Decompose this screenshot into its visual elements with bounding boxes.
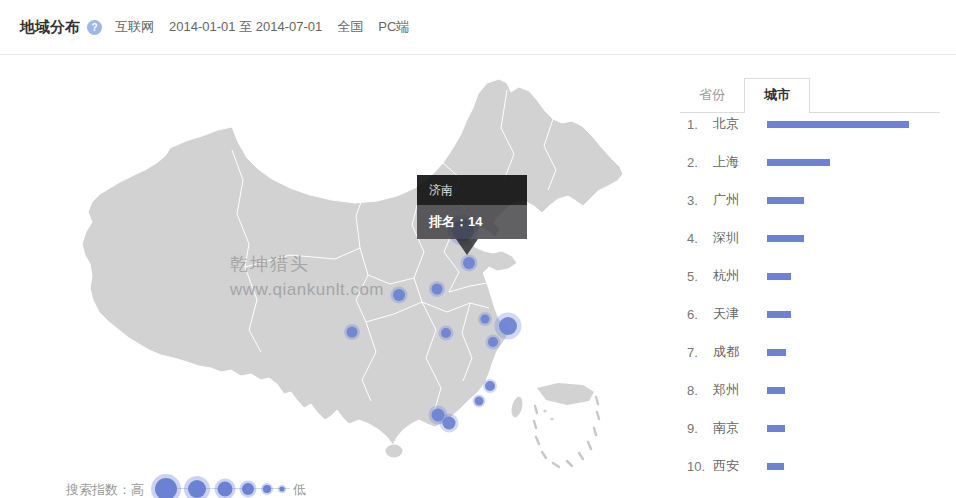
tooltip-rank: 排名：14 [417,205,527,239]
rank-bar [767,197,804,204]
city-rank-row[interactable]: 3.广州 [680,181,956,219]
legend-size-dot [218,482,233,497]
rank-number: 2. [687,155,713,170]
city-rank-row[interactable]: 1.北京 [680,105,956,143]
city-name: 成都 [713,343,767,361]
rank-bar [767,311,791,318]
tooltip-rank-label: 排名： [429,214,468,229]
rank-number: 1. [687,117,713,132]
tooltip-rank-value: 14 [468,214,482,229]
city-bubble[interactable] [347,327,358,338]
hainan-island [386,445,403,458]
rank-bar [767,387,785,394]
title-wrap: 地域分布 ? [20,0,102,54]
city-bubble[interactable] [499,317,517,335]
rank-number: 6. [687,307,713,322]
taiwan-island [510,396,525,419]
filter-item-2[interactable]: 全国 [337,18,363,36]
city-bubble[interactable] [441,328,451,338]
city-name: 西安 [713,457,767,475]
rank-number: 3. [687,193,713,208]
city-rank-row[interactable]: 2.上海 [680,143,956,181]
rank-bar [767,273,791,280]
rank-bar [767,425,785,432]
legend-size-dot [263,485,271,493]
city-rank-row[interactable]: 6.天津 [680,295,956,333]
city-name: 杭州 [713,267,767,285]
filter-item-3[interactable]: PC端 [378,18,409,36]
city-rank-row[interactable]: 8.郑州 [680,371,956,409]
city-name: 广州 [713,191,767,209]
rank-number: 10. [687,459,713,474]
tooltip-city: 济南 [417,175,527,205]
city-name: 北京 [713,115,767,133]
city-bubble[interactable] [393,289,405,301]
city-bubble[interactable] [485,381,495,391]
city-bubble[interactable] [432,284,443,295]
help-icon[interactable]: ? [87,20,102,35]
city-name: 上海 [713,153,767,171]
watermark: 乾坤猎头 www.qiankunlt.com [230,254,384,300]
rank-number: 8. [687,383,713,398]
page-title: 地域分布 [20,18,80,37]
rank-bar [767,349,786,356]
rank-bar [767,159,830,166]
city-rank-row[interactable]: 10.西安 [680,447,956,485]
filter-item-0[interactable]: 互联网 [115,18,154,36]
city-name: 天津 [713,305,767,323]
city-name: 深圳 [713,229,767,247]
city-name: 郑州 [713,381,767,399]
city-rank-row[interactable]: 5.杭州 [680,257,956,295]
filter-item-1[interactable]: 2014-01-01 至 2014-07-01 [169,18,322,36]
city-bubble[interactable] [481,315,490,324]
city-bubble[interactable] [443,417,456,430]
legend-high-label: 搜索指数：高 [66,481,144,498]
legend-low-label: 低 [293,481,306,498]
legend-size-scale [156,477,296,498]
city-bubble[interactable] [475,397,484,406]
header-filters: 互联网2014-01-01 至 2014-07-01全国PC端 [115,0,409,54]
legend-size-dot [242,483,254,495]
watermark-url: www.qiankunlt.com [230,280,384,300]
south-china-sea-inset [534,383,599,467]
china-map [0,0,700,498]
rank-number: 5. [687,269,713,284]
city-bubble[interactable] [488,337,498,347]
city-rank-row[interactable]: 7.成都 [680,333,956,371]
rank-number: 9. [687,421,713,436]
city-ranking-list: 1.北京2.上海3.广州4.深圳5.杭州6.天津7.成都8.郑州9.南京10.西… [680,105,956,485]
watermark-brand: 乾坤猎头 [230,254,384,276]
city-name: 南京 [713,419,767,437]
city-rank-row[interactable]: 9.南京 [680,409,956,447]
legend-size-dot [155,478,177,498]
rank-number: 4. [687,231,713,246]
rank-bar [767,463,784,470]
rank-number: 7. [687,345,713,360]
city-rank-row[interactable]: 4.深圳 [680,219,956,257]
nine-dash-line [534,397,599,467]
map-tooltip: 济南 排名：14 [417,175,527,239]
legend-size-dot [188,480,206,498]
legend-size-dot [280,487,285,492]
page-header: 地域分布 ? 互联网2014-01-01 至 2014-07-01全国PC端 [0,0,956,55]
search-index-legend: 搜索指数：高 低 [0,470,680,498]
rank-bar [767,235,804,242]
rank-bar [767,121,909,128]
